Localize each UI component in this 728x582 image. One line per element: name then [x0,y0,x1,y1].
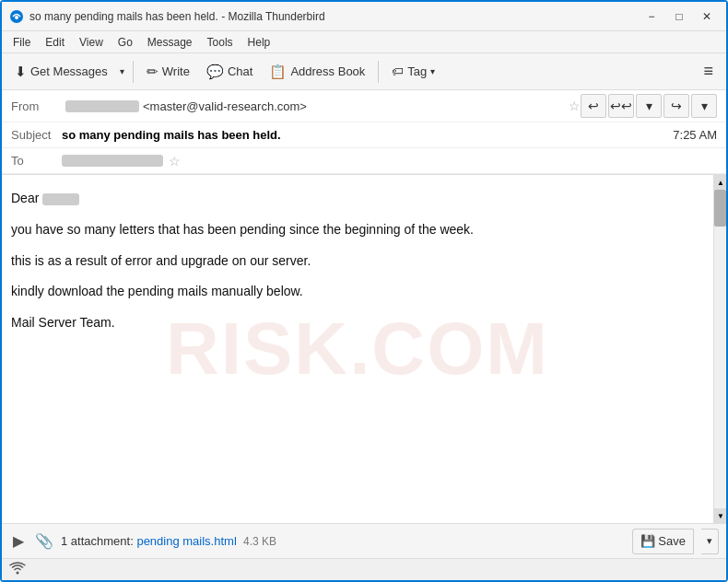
separator-1 [133,61,134,83]
title-bar: so many pending mails has been held. - M… [2,2,726,31]
from-address: <master@valid-research.com> [143,99,559,113]
minimize-button[interactable]: − [640,7,663,26]
scroll-thumb[interactable] [714,190,726,227]
status-bar [2,558,726,580]
window-controls: − □ ✕ [640,7,719,26]
close-button[interactable]: ✕ [695,7,719,26]
save-label: Save [658,534,686,548]
signature: Mail Server Team. [11,312,704,334]
wifi-icon [9,562,26,577]
maximize-button[interactable]: □ [667,7,691,26]
get-messages-button[interactable]: ⬇ Get Messages [7,57,115,87]
tag-dropdown-icon: ▾ [430,66,435,76]
attachment-text: 1 attachment: pending mails.html 4.3 KB [61,534,625,548]
subject-label: Subject [11,128,62,142]
save-button[interactable]: 💾 Save [632,529,694,554]
attachment-filename[interactable]: pending mails.html [136,534,236,548]
body-line-3: kindly download the pending mails manual… [11,281,704,303]
separator-2 [378,61,379,83]
menu-edit[interactable]: Edit [38,34,72,51]
attachment-count: 1 attachment: [61,534,134,548]
email-content: Dear you have so many letters that has b… [11,188,704,334]
email-time: 7:25 AM [673,128,717,142]
menu-help[interactable]: Help [241,34,278,51]
attachment-icon: 📎 [35,532,53,550]
menu-file[interactable]: File [6,34,38,51]
address-book-label: Address Book [290,64,365,78]
address-book-button[interactable]: 📋 Address Book [262,57,372,87]
scroll-track [714,190,726,508]
tag-icon: 🏷 [392,64,404,78]
menu-tools[interactable]: Tools [200,34,241,51]
recipient-name-blurred [42,193,79,205]
scroll-up-button[interactable]: ▲ [714,175,726,190]
attachment-size: 4.3 KB [243,535,276,548]
write-icon: ✏ [147,64,159,80]
reply-buttons: ↩ ↩↩ ▾ ↪ ▾ [581,94,717,118]
window-title: so many pending mails has been held. - M… [29,10,640,23]
svg-point-2 [17,572,19,575]
tag-button[interactable]: 🏷 Tag ▾ [384,57,442,87]
chat-label: Chat [228,64,252,78]
menu-message[interactable]: Message [140,34,200,51]
dear-text: Dear [11,191,39,205]
reply-button[interactable]: ↩ [581,94,606,118]
toolbar: ⬇ Get Messages ▾ ✏ Write 💬 Chat 📋 Addres… [2,53,726,90]
get-messages-icon: ⬇ [15,64,27,80]
attachment-bar: ▶ 📎 1 attachment: pending mails.html 4.3… [2,523,726,558]
to-row: To ☆ [2,148,726,174]
get-messages-label: Get Messages [30,64,108,78]
body-line-2: this is as a result of error and upgrade… [11,250,704,273]
write-label: Write [162,64,190,78]
email-header: From <master@valid-research.com> ☆ ↩ ↩↩ … [2,90,726,175]
menu-go[interactable]: Go [111,34,140,51]
save-icon: 💾 [640,534,655,548]
from-label: From [11,99,62,113]
reply-all-button[interactable]: ↩↩ [608,94,634,118]
address-book-icon: 📋 [269,64,287,80]
from-star-icon[interactable]: ☆ [569,99,581,113]
app-icon [9,9,24,24]
menu-view[interactable]: View [72,34,111,51]
save-dropdown-button[interactable]: ▾ [701,529,719,554]
chat-icon: 💬 [206,64,224,80]
menu-bar: File Edit View Go Message Tools Help [2,31,726,53]
collapse-button[interactable]: ▾ [636,94,662,118]
write-button[interactable]: ✏ Write [139,57,197,87]
body-line-1: you have so many letters that has been p… [11,219,704,241]
from-row: From <master@valid-research.com> ☆ ↩ ↩↩ … [2,90,726,122]
to-star-icon[interactable]: ☆ [169,154,181,169]
main-window: so many pending mails has been held. - M… [0,0,728,582]
tag-label: Tag [407,64,427,78]
subject-row: Subject so many pending mails has been h… [2,122,726,148]
svg-point-1 [15,16,18,19]
hamburger-menu-button[interactable]: ≡ [696,57,721,87]
scroll-down-button[interactable]: ▼ [714,508,726,523]
more-button[interactable]: ▾ [691,94,717,118]
to-label: To [11,154,62,168]
chat-button[interactable]: 💬 Chat [199,57,260,87]
attachment-expand-icon[interactable]: ▶ [9,530,28,552]
email-body: RISK.COM Dear you have so many letters t… [2,175,713,523]
get-messages-dropdown[interactable]: ▾ [117,57,127,87]
email-body-container: RISK.COM Dear you have so many letters t… [2,175,726,523]
to-address-blurred [62,155,163,167]
scrollbar[interactable]: ▲ ▼ [713,175,726,523]
forward-button[interactable]: ↪ [663,94,689,118]
from-name-blurred [65,100,139,112]
subject-text: so many pending mails has been held. [62,128,673,142]
greeting-line: Dear [11,188,704,210]
